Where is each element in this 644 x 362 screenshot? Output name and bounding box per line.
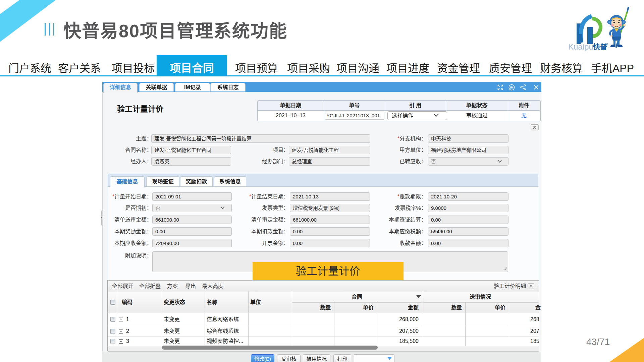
svg-text:IM: IM — [510, 86, 513, 89]
svg-text:Kuaipu: Kuaipu — [568, 42, 593, 51]
svg-text:快普: 快普 — [593, 43, 607, 51]
